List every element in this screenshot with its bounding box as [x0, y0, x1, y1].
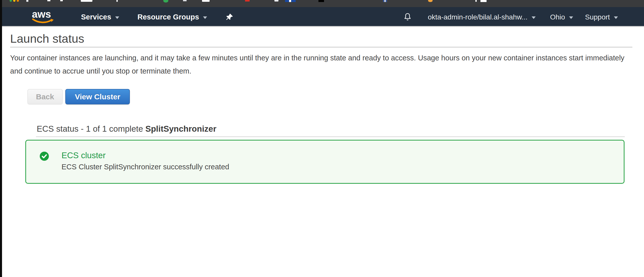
ecs-status-cluster-name: SplitSynchronizer: [145, 124, 216, 133]
view-cluster-button[interactable]: View Cluster: [65, 89, 130, 104]
notifications-button[interactable]: [402, 7, 413, 27]
favicon-sliver: [274, 0, 278, 2]
favicon-sliver: [318, 0, 324, 2]
favicon-sliver: [60, 0, 63, 1]
ecs-status-heading: ECS status - 1 of 1 complete SplitSynchr…: [37, 124, 216, 134]
chevron-down-icon: [532, 16, 536, 19]
nav-region-label: Ohio: [550, 13, 565, 21]
title-divider: [10, 47, 632, 48]
favicon-sliver: [202, 0, 210, 2]
success-panel-message: ECS Cluster SplitSynchronizer successful…: [62, 163, 229, 171]
aws-console-window: aws Services Resource Groups: [0, 0, 644, 277]
success-check-icon: [40, 152, 49, 161]
aws-logo-text: aws: [32, 10, 54, 19]
action-buttons: Back View Cluster: [27, 89, 130, 104]
favicon-dots: [10, 0, 19, 2]
chevron-down-icon: [203, 16, 207, 19]
favicon-sliver: [26, 0, 28, 2]
page-title: Launch status: [10, 32, 84, 45]
launch-description: Your container instances are launching, …: [10, 51, 632, 78]
nav-account-menu[interactable]: okta-admin-role/bilal.al-shahw...: [428, 7, 536, 27]
chevron-down-icon: [614, 16, 618, 19]
favicon-sliver: [245, 0, 250, 2]
browser-bookmarks-strip: [0, 0, 644, 7]
aws-logo[interactable]: aws: [32, 10, 54, 25]
favicon-sliver: [475, 0, 477, 2]
favicon-sliver: [183, 0, 187, 1]
launch-status-page: Launch status Your container instances a…: [0, 28, 644, 277]
favicon-sliver: [163, 0, 168, 3]
nav-support-menu[interactable]: Support: [585, 7, 618, 27]
nav-support-label: Support: [585, 13, 610, 21]
pin-icon: [225, 13, 234, 21]
favicon-sliver: [383, 0, 387, 2]
favicon-sliver: [480, 0, 487, 2]
nav-account-label: okta-admin-role/bilal.al-shahw...: [428, 13, 528, 21]
chevron-down-icon: [569, 16, 573, 19]
ecs-cluster-success-panel: ECS cluster ECS Cluster SplitSynchronize…: [25, 140, 625, 184]
screen-left-edge: [0, 0, 2, 277]
favicon-sliver: [47, 0, 50, 1]
ecs-section-divider: [36, 136, 625, 137]
favicon-sliver: [285, 0, 296, 2]
nav-region-menu[interactable]: Ohio: [550, 7, 573, 27]
aws-top-navbar: aws Services Resource Groups: [0, 7, 644, 27]
favicon-sliver: [428, 0, 433, 2]
chevron-down-icon: [115, 16, 119, 19]
back-button[interactable]: Back: [27, 89, 63, 104]
nav-resource-groups-menu[interactable]: Resource Groups: [137, 7, 207, 27]
favicon-sliver: [116, 0, 118, 2]
nav-resource-groups-label: Resource Groups: [137, 13, 199, 21]
ecs-status-heading-prefix: ECS status - 1 of 1 complete: [37, 124, 145, 133]
pin-shortcut-button[interactable]: [224, 7, 235, 27]
nav-services-menu[interactable]: Services: [81, 7, 119, 27]
nav-services-label: Services: [81, 13, 111, 21]
favicon-sliver: [81, 0, 92, 2]
success-panel-title: ECS cluster: [62, 151, 106, 160]
notification-bell-icon: [403, 12, 412, 22]
